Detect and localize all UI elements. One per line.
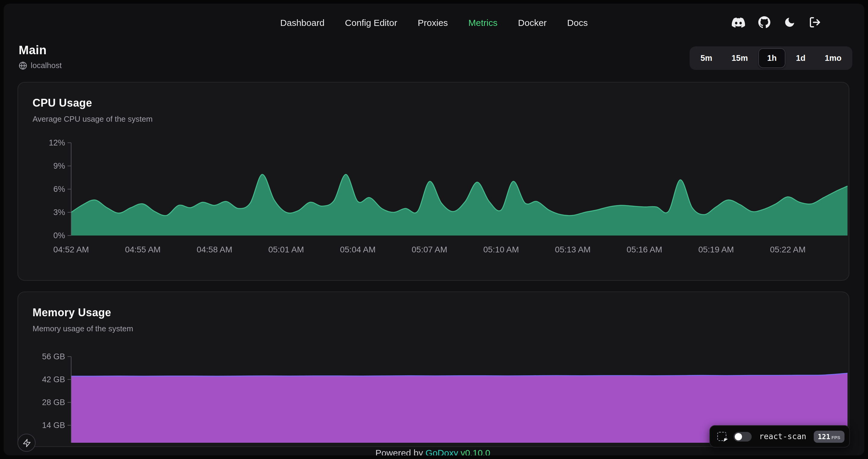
time-range-15m[interactable]: 15m	[722, 48, 757, 68]
nav-config-editor[interactable]: Config Editor	[345, 17, 397, 27]
footer: Powered byGoDoxyv0.10.0	[4, 448, 864, 455]
fps-value: 121	[818, 432, 830, 440]
svg-text:12%: 12%	[49, 138, 65, 147]
svg-text:14 GB: 14 GB	[42, 421, 65, 430]
github-button[interactable]	[758, 16, 770, 28]
discord-button[interactable]	[732, 17, 745, 27]
svg-text:05:19 AM: 05:19 AM	[698, 245, 734, 254]
svg-text:04:58 AM: 04:58 AM	[196, 245, 232, 254]
logout-icon	[809, 16, 821, 28]
top-nav: Dashboard Config Editor Proxies Metrics …	[4, 4, 864, 41]
fps-unit: FPS	[832, 435, 840, 440]
svg-text:6%: 6%	[53, 185, 65, 194]
lightning-button[interactable]	[18, 434, 36, 452]
time-range-selector: 5m 15m 1h 1d 1mo	[689, 46, 852, 70]
nav-icon-group	[732, 4, 821, 41]
lightning-icon	[22, 438, 31, 447]
host-label: localhost	[31, 61, 62, 70]
nav-docker[interactable]: Docker	[518, 17, 547, 27]
svg-text:05:04 AM: 05:04 AM	[340, 245, 375, 254]
svg-text:04:55 AM: 04:55 AM	[125, 245, 161, 254]
svg-text:28 GB: 28 GB	[42, 398, 65, 407]
svg-text:05:13 AM: 05:13 AM	[555, 245, 590, 254]
logout-button[interactable]	[809, 16, 821, 28]
viewport: Dashboard Config Editor Proxies Metrics …	[0, 0, 868, 459]
page-head: Main localhost 5m 15m 1h 1d 1mo	[19, 43, 852, 79]
app-root: Dashboard Config Editor Proxies Metrics …	[4, 4, 864, 455]
svg-text:3%: 3%	[53, 208, 65, 217]
github-icon	[758, 16, 770, 28]
time-range-1mo[interactable]: 1mo	[815, 48, 850, 68]
nav-proxies[interactable]: Proxies	[418, 17, 448, 27]
inspect-icon[interactable]	[718, 432, 727, 441]
nav-docs[interactable]: Docs	[567, 17, 588, 27]
svg-text:42 GB: 42 GB	[42, 375, 65, 384]
svg-text:05:16 AM: 05:16 AM	[627, 245, 662, 254]
svg-text:04:52 AM: 04:52 AM	[53, 245, 89, 254]
memory-card-title: Memory Usage	[33, 306, 834, 319]
cpu-usage-card: CPU Usage Average CPU usage of the syste…	[18, 82, 849, 281]
react-scan-widget[interactable]: react-scan 121 FPS	[710, 425, 850, 448]
memory-card-subtitle: Memory usage of the system	[33, 324, 834, 333]
time-range-5m[interactable]: 5m	[691, 48, 721, 68]
svg-text:05:10 AM: 05:10 AM	[484, 245, 519, 254]
svg-text:05:22 AM: 05:22 AM	[770, 245, 806, 254]
svg-text:0%: 0%	[53, 231, 65, 240]
fps-badge: 121 FPS	[813, 430, 844, 442]
nav-dashboard[interactable]: Dashboard	[280, 17, 324, 27]
cpu-card-title: CPU Usage	[33, 97, 834, 110]
cpu-usage-chart[interactable]: 0%3%6%9%12%04:52 AM04:55 AM04:58 AM05:01…	[33, 137, 849, 260]
time-range-1d[interactable]: 1d	[787, 48, 815, 68]
moon-icon	[784, 16, 796, 28]
time-range-1h[interactable]: 1h	[758, 48, 786, 68]
memory-usage-card: Memory Usage Memory usage of the system …	[18, 292, 849, 447]
svg-text:05:01 AM: 05:01 AM	[268, 245, 304, 254]
nav-metrics[interactable]: Metrics	[468, 17, 498, 27]
svg-text:56 GB: 56 GB	[42, 352, 65, 361]
react-scan-label: react-scan	[759, 432, 807, 441]
toggle-knob	[735, 433, 742, 440]
theme-toggle-button[interactable]	[784, 16, 796, 28]
discord-icon	[732, 17, 745, 27]
powered-by-text: Powered by	[375, 448, 423, 455]
svg-text:05:07 AM: 05:07 AM	[412, 245, 447, 254]
version-text: v0.10.0	[461, 448, 490, 455]
godoxy-link[interactable]: GoDoxy	[426, 448, 458, 455]
cpu-card-subtitle: Average CPU usage of the system	[33, 114, 834, 124]
react-scan-toggle[interactable]	[734, 432, 752, 441]
svg-text:9%: 9%	[53, 161, 65, 170]
globe-icon	[19, 61, 27, 70]
